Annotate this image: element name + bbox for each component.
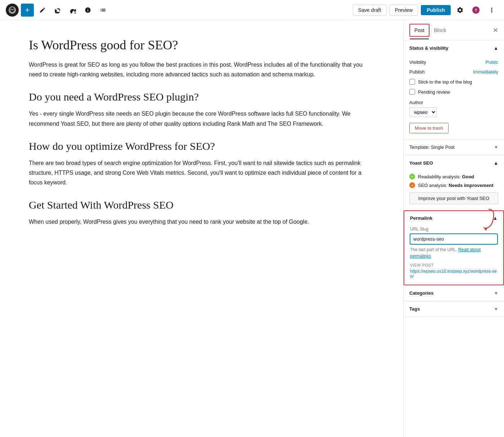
paragraph-2[interactable]: Yes - every single WordPress site needs … xyxy=(29,109,374,128)
tags-chevron-icon: ▼ xyxy=(494,307,498,312)
permalink-section: Permalink ▲ URL Slug The last part of th… xyxy=(404,210,504,285)
heading-3[interactable]: How do you optimize WordPress for SEO? xyxy=(29,140,374,152)
edit-mode-button[interactable] xyxy=(36,4,49,17)
permalink-content: URL Slug The last part of the URL. Read … xyxy=(404,225,503,285)
seo-analysis-label: SEO analysis: Needs improvement xyxy=(418,183,494,188)
stick-top-checkbox[interactable] xyxy=(409,79,415,85)
permalink-chevron-icon: ▲ xyxy=(493,215,498,221)
template-label: Template: Single Post xyxy=(409,144,455,150)
toolbar-left: + xyxy=(6,4,350,17)
yoast-icon-button[interactable]: Y xyxy=(469,4,482,17)
heading-2[interactable]: Do you need a WordPress SEO plugin? xyxy=(29,91,374,103)
paragraph-1[interactable]: WordPress is great for SEO as long as yo… xyxy=(29,60,374,79)
heading-1[interactable]: Is WordPress good for SEO? xyxy=(29,37,374,53)
yoast-content: Readability analysis: Good SEO analysis:… xyxy=(404,171,504,210)
status-visibility-content: Visibility Public Publish Immediately St… xyxy=(404,56,504,139)
readability-dot-icon xyxy=(409,174,415,179)
yoast-heading: Yoast SEO xyxy=(409,160,433,166)
visibility-value[interactable]: Public xyxy=(486,59,498,65)
toolbar-right: Save draft Preview Publish Y xyxy=(353,4,498,17)
seo-analysis-row: SEO analysis: Needs improvement xyxy=(409,181,498,189)
add-block-button[interactable]: + xyxy=(21,4,34,17)
toolbar: + Save draft Preview Publish Y xyxy=(0,0,504,20)
undo-button[interactable] xyxy=(51,4,64,17)
categories-chevron-icon: ▼ xyxy=(494,291,498,296)
redo-button[interactable] xyxy=(66,4,79,17)
sidebar: Post Block ✕ Status & visibility ▲ Visib… xyxy=(403,20,504,437)
url-slug-label: URL Slug xyxy=(410,227,498,232)
tags-label: Tags xyxy=(409,306,420,312)
improve-yoast-button[interactable]: Improve your post with Yoast SEO xyxy=(409,192,498,204)
author-select[interactable]: wpseo xyxy=(409,107,437,117)
readability-row: Readability analysis: Good xyxy=(409,172,498,181)
editor-area: Is WordPress good for SEO? WordPress is … xyxy=(0,20,403,437)
yoast-section: Yoast SEO ▲ Readability analysis: Good S… xyxy=(404,155,504,210)
publish-row: Publish Immediately xyxy=(409,67,498,77)
pending-review-checkbox[interactable] xyxy=(409,89,415,95)
sidebar-close-button[interactable]: ✕ xyxy=(493,26,498,34)
view-post-label: VIEW POST xyxy=(410,263,498,267)
paragraph-4[interactable]: When used properly, WordPress gives you … xyxy=(29,217,374,227)
template-row[interactable]: Template: Single Post ▼ xyxy=(404,139,504,155)
visibility-label: Visibility xyxy=(409,59,426,65)
tags-section[interactable]: Tags ▼ xyxy=(404,301,504,317)
paragraph-3[interactable]: There are two broad types of search engi… xyxy=(29,158,374,188)
more-options-button[interactable] xyxy=(485,4,498,17)
yoast-chevron-icon: ▲ xyxy=(494,160,498,166)
info-button[interactable] xyxy=(81,4,94,17)
tab-block[interactable]: Block xyxy=(429,24,450,36)
pending-review-label: Pending review xyxy=(418,89,450,95)
stick-top-row: Stick to the top of the blog xyxy=(409,77,498,87)
svg-text:Y: Y xyxy=(475,8,477,12)
sidebar-tabs: Post Block ✕ xyxy=(404,20,504,40)
visibility-row: Visibility Public xyxy=(409,57,498,67)
yoast-header[interactable]: Yoast SEO ▲ xyxy=(404,155,504,171)
url-desc: The last part of the URL. Read about per… xyxy=(410,246,498,259)
save-draft-button[interactable]: Save draft xyxy=(353,5,387,15)
settings-button[interactable] xyxy=(454,4,467,17)
tab-post[interactable]: Post xyxy=(409,24,429,37)
status-visibility-heading: Status & visibility xyxy=(409,45,448,51)
status-visibility-section: Status & visibility ▲ Visibility Public … xyxy=(404,40,504,139)
author-section: Author wpseo xyxy=(409,97,498,120)
publish-label: Publish xyxy=(409,69,425,75)
readability-label: Readability analysis: Good xyxy=(418,174,474,179)
url-slug-input[interactable] xyxy=(410,234,498,244)
template-section: Template: Single Post ▼ xyxy=(404,139,504,155)
categories-section[interactable]: Categories ▼ xyxy=(404,285,504,301)
preview-button[interactable]: Preview xyxy=(390,5,418,15)
publish-button[interactable]: Publish xyxy=(421,5,451,15)
list-view-button[interactable] xyxy=(96,4,109,17)
stick-top-label: Stick to the top of the blog xyxy=(418,79,472,85)
template-chevron-icon: ▼ xyxy=(494,145,498,150)
seo-analysis-dot-icon xyxy=(409,182,415,188)
pending-review-row: Pending review xyxy=(409,87,498,97)
permalink-header[interactable]: Permalink ▲ xyxy=(404,211,503,225)
main-layout: Is WordPress good for SEO? WordPress is … xyxy=(0,20,504,437)
view-post-link[interactable]: https://wpseo.us10.instawp.xyz/wordpress… xyxy=(410,269,498,279)
publish-value[interactable]: Immediately xyxy=(473,69,498,75)
permalink-heading: Permalink xyxy=(410,215,432,221)
status-visibility-header[interactable]: Status & visibility ▲ xyxy=(404,40,504,56)
categories-label: Categories xyxy=(409,290,433,296)
wordpress-logo xyxy=(6,4,19,17)
move-to-trash-button[interactable]: Move to trash xyxy=(409,123,449,133)
author-label: Author xyxy=(409,100,498,105)
heading-4[interactable]: Get Started With WordPress SEO xyxy=(29,199,374,211)
status-chevron-icon: ▲ xyxy=(494,45,498,51)
